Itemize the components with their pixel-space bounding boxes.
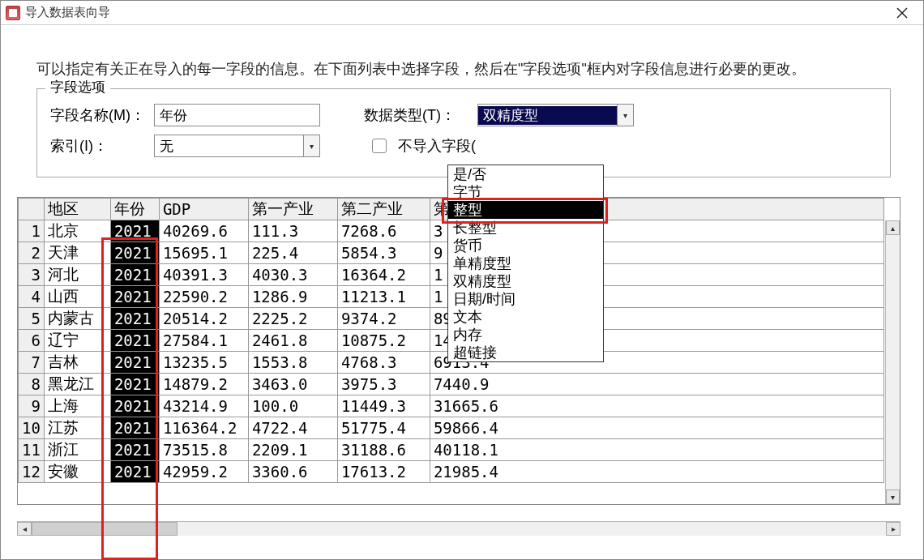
table-cell[interactable]: 安徽 — [44, 461, 110, 483]
table-row[interactable]: 10江苏2021116364.24722.451775.459866.4 — [19, 417, 884, 439]
table-cell[interactable]: 16364.2 — [337, 264, 430, 286]
table-cell[interactable]: 2021 — [110, 417, 159, 439]
table-cell[interactable]: 40269.6 — [159, 220, 248, 242]
table-cell[interactable]: 山西 — [44, 286, 110, 308]
table-cell[interactable]: 31188.6 — [337, 439, 430, 461]
table-cell[interactable]: 11213.1 — [337, 286, 430, 308]
column-header[interactable]: GDP — [159, 199, 248, 220]
dropdown-option[interactable]: 字节 — [448, 183, 603, 201]
table-row[interactable]: 11浙江202173515.82209.131188.640118.1 — [19, 439, 884, 461]
column-header[interactable]: 第一产业 — [248, 199, 337, 220]
table-cell[interactable]: 2225.2 — [248, 308, 337, 330]
column-header[interactable]: 第二产业 — [337, 199, 430, 220]
table-cell[interactable]: 2021 — [110, 308, 159, 330]
table-cell[interactable]: 51775.4 — [337, 417, 430, 439]
table-cell[interactable]: 2021 — [110, 352, 159, 374]
scroll-thumb[interactable] — [32, 522, 178, 536]
table-cell[interactable]: 15695.1 — [159, 242, 248, 264]
table-cell[interactable]: 2021 — [110, 461, 159, 483]
data-type-combo[interactable]: 双精度型 ▾ — [477, 104, 634, 126]
column-header[interactable] — [19, 199, 45, 220]
table-cell[interactable]: 4768.3 — [337, 352, 430, 374]
table-cell[interactable]: 22590.2 — [159, 286, 248, 308]
chevron-down-icon[interactable]: ▾ — [303, 135, 319, 156]
table-cell[interactable]: 2209.1 — [248, 439, 337, 461]
table-cell[interactable]: 1286.9 — [248, 286, 337, 308]
table-cell[interactable]: 40118.1 — [430, 439, 883, 461]
vertical-scrollbar[interactable]: ▴ ▾ — [885, 220, 900, 504]
table-cell[interactable]: 20514.2 — [159, 308, 248, 330]
dropdown-option[interactable]: 文本 — [448, 308, 603, 326]
table-cell[interactable]: 2021 — [110, 264, 159, 286]
table-row[interactable]: 9上海202143214.9100.011449.331665.6 — [19, 395, 884, 417]
scroll-up-icon[interactable]: ▴ — [886, 220, 900, 235]
table-cell[interactable]: 2021 — [110, 286, 159, 308]
table-cell[interactable]: 4030.3 — [248, 264, 337, 286]
table-cell[interactable]: 31665.6 — [430, 395, 883, 417]
table-cell[interactable]: 116364.2 — [159, 417, 248, 439]
table-cell[interactable]: 7440.9 — [430, 374, 883, 395]
table-cell[interactable]: 14879.2 — [159, 374, 248, 395]
table-cell[interactable]: 7268.6 — [337, 220, 430, 242]
table-cell[interactable]: 2021 — [110, 220, 159, 242]
table-cell[interactable]: 天津 — [44, 242, 110, 264]
table-cell[interactable]: 10875.2 — [337, 330, 430, 352]
dropdown-option[interactable]: 双精度型 — [448, 272, 603, 290]
dropdown-option[interactable]: 日期/时间 — [448, 290, 603, 308]
table-cell[interactable]: 内蒙古 — [44, 308, 110, 330]
scroll-left-icon[interactable]: ◂ — [17, 522, 32, 536]
table-cell[interactable]: 河北 — [44, 264, 110, 286]
table-cell[interactable]: 3975.3 — [337, 374, 430, 395]
table-cell[interactable]: 40391.3 — [159, 264, 248, 286]
field-name-input[interactable] — [154, 104, 320, 126]
table-cell[interactable]: 北京 — [44, 220, 110, 242]
table-cell[interactable]: 3360.6 — [248, 461, 337, 483]
scroll-down-icon[interactable]: ▾ — [886, 489, 900, 504]
table-cell[interactable]: 2021 — [110, 395, 159, 417]
table-cell[interactable]: 1553.8 — [248, 352, 337, 374]
table-cell[interactable]: 上海 — [44, 395, 110, 417]
table-cell[interactable]: 黑龙江 — [44, 374, 110, 395]
table-row[interactable]: 12安徽202142959.23360.617613.221985.4 — [19, 461, 884, 483]
table-cell[interactable]: 3463.0 — [248, 374, 337, 395]
dropdown-option[interactable]: 超链接 — [448, 344, 603, 361]
table-cell[interactable]: 59866.4 — [430, 417, 883, 439]
dropdown-option[interactable]: 货币 — [448, 237, 603, 254]
table-cell[interactable]: 13235.5 — [159, 352, 248, 374]
dropdown-option[interactable]: 长整型 — [448, 219, 603, 237]
table-cell[interactable]: 5854.3 — [337, 242, 430, 264]
table-cell[interactable]: 辽宁 — [44, 330, 110, 352]
table-row[interactable]: 8黑龙江202114879.23463.03975.37440.9 — [19, 374, 884, 395]
table-cell[interactable]: 吉林 — [44, 352, 110, 374]
chevron-down-icon[interactable]: ▾ — [617, 105, 633, 126]
scroll-right-icon[interactable]: ▸ — [886, 522, 900, 536]
table-cell[interactable]: 2021 — [110, 242, 159, 264]
table-cell[interactable]: 100.0 — [248, 395, 337, 417]
table-cell[interactable]: 江苏 — [44, 417, 110, 439]
table-cell[interactable]: 11449.3 — [337, 395, 430, 417]
table-cell[interactable]: 73515.8 — [159, 439, 248, 461]
table-cell[interactable]: 42959.2 — [159, 461, 248, 483]
dropdown-option[interactable]: 单精度型 — [448, 254, 603, 272]
table-cell[interactable]: 2021 — [110, 439, 159, 461]
table-cell[interactable]: 2021 — [110, 330, 159, 352]
table-cell[interactable]: 27584.1 — [159, 330, 248, 352]
dropdown-option[interactable]: 整型 — [448, 201, 603, 219]
column-header[interactable]: 地区 — [44, 199, 110, 220]
data-type-dropdown[interactable]: 是/否字节整型长整型货币单精度型双精度型日期/时间文本内存超链接 — [447, 165, 604, 362]
table-cell[interactable]: 21985.4 — [430, 461, 883, 483]
table-cell[interactable]: 浙江 — [44, 439, 110, 461]
column-header[interactable]: 年份 — [110, 199, 159, 220]
table-cell[interactable]: 9374.2 — [337, 308, 430, 330]
table-cell[interactable]: 111.3 — [248, 220, 337, 242]
table-cell[interactable]: 4722.4 — [248, 417, 337, 439]
skip-field-checkbox[interactable] — [372, 139, 387, 153]
index-combo[interactable]: 无 ▾ — [154, 135, 320, 157]
table-cell[interactable]: 2021 — [110, 374, 159, 395]
table-cell[interactable]: 225.4 — [248, 242, 337, 264]
table-cell[interactable]: 2461.8 — [248, 330, 337, 352]
close-button[interactable] — [886, 2, 918, 24]
dropdown-option[interactable]: 内存 — [448, 326, 603, 344]
table-cell[interactable]: 43214.9 — [159, 395, 248, 417]
dropdown-option[interactable]: 是/否 — [448, 165, 603, 183]
